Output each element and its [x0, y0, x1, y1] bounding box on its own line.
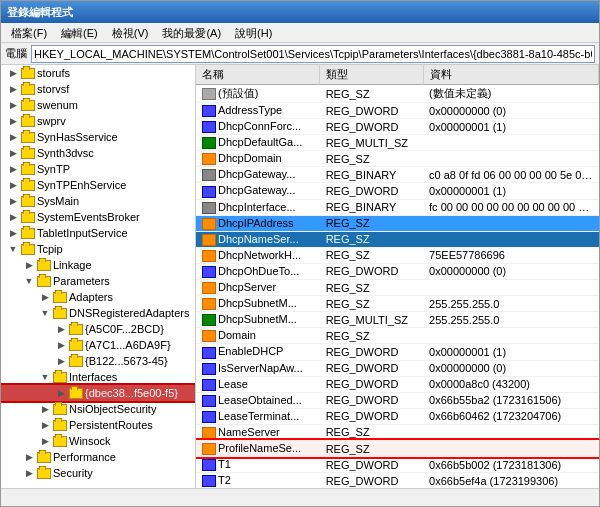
table-row[interactable]: ProfileNameSe...REG_SZ: [196, 440, 599, 456]
col-data[interactable]: 資料: [423, 65, 598, 85]
tree-item[interactable]: ▶{A7C1...A6DA9F}: [1, 337, 195, 353]
expand-icon[interactable]: ▶: [5, 65, 21, 81]
tree-item[interactable]: ▶Linkage: [1, 257, 195, 273]
table-row[interactable]: IsServerNapAw...REG_DWORD0x00000000 (0): [196, 360, 599, 376]
expand-icon[interactable]: ▶: [21, 465, 37, 481]
table-row[interactable]: EnableDHCPREG_DWORD0x00000001 (1): [196, 344, 599, 360]
tree-item[interactable]: ▼Parameters: [1, 273, 195, 289]
expand-icon[interactable]: ▶: [5, 97, 21, 113]
tree-item[interactable]: ▶Performance: [1, 449, 195, 465]
menu-edit[interactable]: 編輯(E): [55, 25, 104, 40]
expand-icon[interactable]: ▶: [21, 449, 37, 465]
tree-item[interactable]: ▼Tcpip: [1, 241, 195, 257]
expand-icon[interactable]: ▶: [5, 193, 21, 209]
expand-icon[interactable]: ▶: [5, 81, 21, 97]
table-row[interactable]: T2REG_DWORD0x66b5ef4a (1723199306): [196, 473, 599, 488]
expand-icon[interactable]: ▶: [21, 257, 37, 273]
value-data: c0 a8 0f fd 06 00 00 00 00 5e 00 01 b4: [423, 167, 598, 183]
tree-item[interactable]: ▶SynHasSservice: [1, 129, 195, 145]
table-row[interactable]: LeaseREG_DWORD0x0000a8c0 (43200): [196, 376, 599, 392]
folder-icon: [69, 340, 83, 351]
tree-item[interactable]: ▶Synth3dvsc: [1, 145, 195, 161]
tree-item[interactable]: ▶storvsf: [1, 81, 195, 97]
table-row[interactable]: DhcpNetworkH...REG_SZ75EE57786696: [196, 247, 599, 263]
table-row[interactable]: T1REG_DWORD0x66b5b002 (1723181306): [196, 457, 599, 473]
tree-item[interactable]: ▶PersistentRoutes: [1, 417, 195, 433]
table-row[interactable]: DhcpInterface...REG_BINARYfc 00 00 00 00…: [196, 199, 599, 215]
expand-icon[interactable]: ▶: [5, 145, 21, 161]
table-row[interactable]: AddressTypeREG_DWORD0x00000000 (0): [196, 103, 599, 119]
tree-item[interactable]: ▶{dbec38...f5e00-f5}: [1, 385, 195, 401]
collapse-icon[interactable]: ▼: [5, 241, 21, 257]
tree-item[interactable]: ▶storufs: [1, 65, 195, 81]
tree-item[interactable]: ▶SystemEventsBroker: [1, 209, 195, 225]
value-name-text: AddressType: [218, 104, 282, 116]
col-type[interactable]: 類型: [320, 65, 423, 85]
table-row[interactable]: (預設值)REG_SZ(數值未定義): [196, 85, 599, 103]
value-type: REG_BINARY: [320, 167, 423, 183]
expand-icon[interactable]: ▶: [53, 337, 69, 353]
table-row[interactable]: DhcpGateway...REG_DWORD0x00000001 (1): [196, 183, 599, 199]
table-row[interactable]: DhcpDomainREG_SZ: [196, 151, 599, 167]
expand-icon[interactable]: ▶: [5, 225, 21, 241]
table-row[interactable]: LeaseObtained...REG_DWORD0x66b55ba2 (172…: [196, 392, 599, 408]
expand-icon[interactable]: ▶: [5, 209, 21, 225]
tree-label: Interfaces: [69, 371, 117, 383]
tree-item[interactable]: ▶SynTPEnhService: [1, 177, 195, 193]
table-row[interactable]: DhcpConnForc...REG_DWORD0x00000001 (1): [196, 119, 599, 135]
table-row[interactable]: NameServerREG_SZ: [196, 424, 599, 440]
expand-icon[interactable]: ▶: [37, 289, 53, 305]
value-name: DhcpGateway...: [196, 183, 320, 199]
expand-icon[interactable]: ▶: [37, 401, 53, 417]
tree-item[interactable]: ▶TabletInputService: [1, 225, 195, 241]
expand-icon[interactable]: ▶: [5, 129, 21, 145]
tree-item[interactable]: ▶NsiObjectSecurity: [1, 401, 195, 417]
dword-icon: [202, 105, 216, 117]
tree-item[interactable]: ▶SysMain: [1, 193, 195, 209]
table-row[interactable]: LeaseTerminat...REG_DWORD0x66b60462 (172…: [196, 408, 599, 424]
value-name: DhcpSubnetM...: [196, 296, 320, 312]
tree-item[interactable]: ▶SynTP: [1, 161, 195, 177]
table-row[interactable]: DhcpOhDueTo...REG_DWORD0x00000000 (0): [196, 263, 599, 279]
table-row[interactable]: DomainREG_SZ: [196, 328, 599, 344]
expand-icon[interactable]: ▶: [5, 113, 21, 129]
menu-view[interactable]: 檢視(V): [106, 25, 155, 40]
col-name[interactable]: 名稱: [196, 65, 320, 85]
menu-help[interactable]: 說明(H): [229, 25, 278, 40]
expand-icon[interactable]: ▶: [37, 433, 53, 449]
collapse-icon[interactable]: ▼: [21, 273, 37, 289]
table-row[interactable]: DhcpIPAddressREG_SZ: [196, 215, 599, 231]
value-name-text: T1: [218, 458, 231, 470]
tree-item[interactable]: ▶Winsock: [1, 433, 195, 449]
value-data: (數值未定義): [423, 85, 598, 103]
menu-file[interactable]: 檔案(F): [5, 25, 53, 40]
table-row[interactable]: DhcpSubnetM...REG_MULTI_SZ255.255.255.0: [196, 312, 599, 328]
tree-item[interactable]: ▶swprv: [1, 113, 195, 129]
tree-item[interactable]: ▶{A5C0F...2BCD}: [1, 321, 195, 337]
tree-item[interactable]: ▼Interfaces: [1, 369, 195, 385]
value-name: DhcpConnForc...: [196, 119, 320, 135]
expand-icon[interactable]: ▶: [53, 385, 69, 401]
expand-icon[interactable]: ▶: [5, 161, 21, 177]
table-row[interactable]: DhcpGateway...REG_BINARYc0 a8 0f fd 06 0…: [196, 167, 599, 183]
table-row[interactable]: DhcpSubnetM...REG_SZ255.255.255.0: [196, 296, 599, 312]
tree-label: {B122...5673-45}: [85, 355, 168, 367]
collapse-icon[interactable]: ▼: [37, 369, 53, 385]
value-type: REG_SZ: [320, 231, 423, 247]
expand-icon[interactable]: ▶: [53, 321, 69, 337]
expand-icon[interactable]: ▶: [53, 353, 69, 369]
tree-item[interactable]: ▶Security: [1, 465, 195, 481]
tree-item[interactable]: ▶{B122...5673-45}: [1, 353, 195, 369]
value-type: REG_DWORD: [320, 103, 423, 119]
tree-item[interactable]: ▼DNSRegisteredAdapters: [1, 305, 195, 321]
collapse-icon[interactable]: ▼: [37, 305, 53, 321]
table-row[interactable]: DhcpNameSer...REG_SZ: [196, 231, 599, 247]
expand-icon[interactable]: ▶: [5, 177, 21, 193]
tree-item[interactable]: ▶swenum: [1, 97, 195, 113]
table-row[interactable]: DhcpServerREG_SZ: [196, 280, 599, 296]
expand-icon[interactable]: ▶: [37, 417, 53, 433]
tree-item[interactable]: ▶Adapters: [1, 289, 195, 305]
table-row[interactable]: DhcpDefaultGa...REG_MULTI_SZ: [196, 135, 599, 151]
menu-favorites[interactable]: 我的最愛(A): [156, 25, 227, 40]
address-input[interactable]: [31, 45, 595, 63]
